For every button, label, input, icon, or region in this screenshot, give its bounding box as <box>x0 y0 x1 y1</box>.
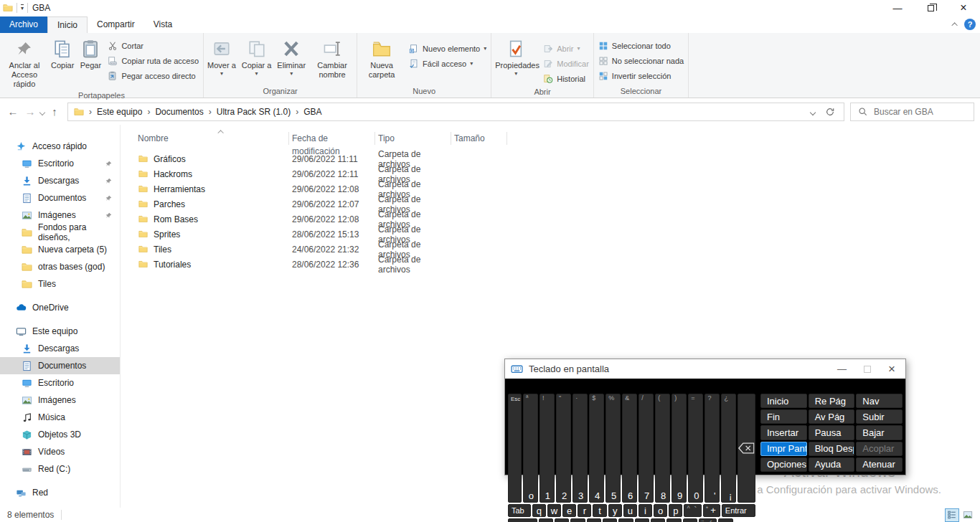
sidebar-item-otras-bases-god[interactable]: otras bases (god) <box>0 258 120 275</box>
key-ayuda[interactable]: Ayuda <box>809 457 855 472</box>
key-t[interactable]: t <box>593 504 606 517</box>
sidebar-item-este-equipo[interactable]: Este equipo <box>0 323 120 340</box>
key-j[interactable]: j <box>635 518 649 522</box>
easy-access-button[interactable]: Fácil acceso▾ <box>405 56 490 71</box>
osk-close-button[interactable]: × <box>888 362 895 376</box>
key-l[interactable]: l <box>666 518 681 522</box>
key-y[interactable]: y <box>608 504 622 517</box>
key-8[interactable]: (8 <box>655 394 670 503</box>
sidebar-item-documentos[interactable]: Documentos <box>0 357 120 374</box>
file-row-sprites[interactable]: Sprites28/06/2022 15:13Carpeta de archiv… <box>135 227 980 242</box>
key-insertar[interactable]: Insertar <box>760 425 807 440</box>
sidebar-item-imágenes[interactable]: Imágenes <box>0 392 120 409</box>
key-bloq-despl[interactable]: Bloq Despl <box>809 442 855 456</box>
osk-minimize-button[interactable]: — <box>837 364 847 374</box>
key-o[interactable]: o <box>654 504 667 517</box>
key-esc[interactable]: Esc <box>508 394 522 503</box>
file-row-parches[interactable]: Parches29/06/2022 12:07Carpeta de archiv… <box>135 196 980 212</box>
help-icon[interactable]: ? <box>964 19 976 30</box>
back-button[interactable]: ← <box>4 105 22 118</box>
key-1[interactable]: !1 <box>540 394 555 503</box>
select-none-button[interactable]: No seleccionar nada <box>595 53 687 68</box>
rename-button[interactable]: Cambiar nombre <box>308 35 356 85</box>
close-button[interactable]: × <box>947 0 980 16</box>
key-[interactable]: ¿¡ <box>721 394 736 503</box>
properties-button[interactable]: Propiedades▾ <box>492 35 540 86</box>
sidebar-item-nueva-carpeta-5[interactable]: Nueva carpeta (5) <box>0 241 120 258</box>
key-re-pág[interactable]: Re Pág <box>809 394 855 408</box>
minimize-button[interactable]: — <box>881 0 914 16</box>
key-av-pág[interactable]: Av Pág <box>809 409 855 424</box>
search-input[interactable]: Buscar en GBA <box>850 103 974 121</box>
key-atenuar[interactable]: Atenuar <box>856 457 903 472</box>
key-[interactable]: ç <box>718 518 732 522</box>
sidebar-item-red[interactable]: Red <box>0 484 120 501</box>
key-7[interactable]: /7 <box>639 394 654 503</box>
qat-customize-icon[interactable]: ▾ <box>21 4 24 11</box>
key-backspace[interactable] <box>738 394 755 503</box>
key-o[interactable]: ªo <box>523 394 538 503</box>
key-opciones[interactable]: Opciones <box>760 457 807 472</box>
column-header-name[interactable]: Nombre <box>135 132 289 145</box>
key-2[interactable]: "2 <box>556 394 571 503</box>
key-u[interactable]: u <box>623 504 637 517</box>
sidebar-item-red-c[interactable]: Red (C:) <box>0 460 120 478</box>
sidebar-item-tiles[interactable]: Tiles <box>0 275 120 293</box>
key-impr-pant[interactable]: Impr Pant <box>760 442 807 456</box>
file-row-gráficos[interactable]: Gráficos29/06/2022 11:11Carpeta de archi… <box>135 151 980 166</box>
key-i[interactable]: i <box>639 504 652 517</box>
column-header-size[interactable]: Tamaño <box>451 132 507 145</box>
copy-button[interactable]: Copiar <box>48 35 77 90</box>
tab-inicio[interactable]: Inicio <box>47 16 88 33</box>
sidebar-item-escritorio[interactable]: Escritorio <box>0 374 120 392</box>
breadcrumb-item[interactable]: Este equipo <box>95 107 143 117</box>
recent-locations-icon[interactable] <box>40 107 44 117</box>
sidebar-item-objetos-3d[interactable]: Objetos 3D <box>0 426 120 443</box>
pin-to-quick-access-button[interactable]: Anclar al Acceso rápido <box>1 35 48 90</box>
key-d[interactable]: d <box>570 518 585 522</box>
restore-button[interactable] <box>914 0 947 16</box>
sidebar-item-escritorio[interactable]: Escritorio <box>0 155 120 172</box>
key-ñ[interactable]: ñ <box>683 518 697 522</box>
key-bajar[interactable]: Bajar <box>856 425 903 440</box>
key-0[interactable]: =0 <box>688 394 703 503</box>
invert-selection-button[interactable]: Invertir selección <box>595 68 687 83</box>
key-[interactable]: ¨´ <box>699 518 717 522</box>
key-9[interactable]: )9 <box>672 394 687 503</box>
key-a[interactable]: a <box>539 518 553 522</box>
key-entrar[interactable]: Entrar <box>722 504 755 517</box>
new-folder-button[interactable]: Nueva carpeta <box>358 35 405 85</box>
key-4[interactable]: $4 <box>589 394 604 503</box>
key-tab[interactable]: Tab <box>508 504 531 517</box>
key-h[interactable]: h <box>618 518 633 522</box>
new-item-button[interactable]: Nuevo elemento▾ <box>405 41 490 56</box>
tab-archivo[interactable]: Archivo <box>0 16 47 33</box>
key-q[interactable]: q <box>532 504 546 517</box>
history-button[interactable]: Historial <box>540 71 593 86</box>
key-pausa[interactable]: Pausa <box>809 425 855 440</box>
select-all-button[interactable]: Seleccionar todo <box>595 38 687 53</box>
up-button[interactable]: ↑ <box>46 105 63 118</box>
key-r[interactable]: r <box>578 504 591 517</box>
key-s[interactable]: s <box>555 518 569 522</box>
address-dropdown-icon[interactable] <box>811 107 815 117</box>
breadcrumb-item[interactable]: GBA <box>302 107 323 117</box>
delete-button[interactable]: Eliminar▾ <box>274 35 308 85</box>
paste-shortcut-button[interactable]: Pegar acceso directo <box>104 68 202 83</box>
key-bloq-m[interactable]: Bloq M <box>508 518 537 522</box>
key-e[interactable]: e <box>562 504 576 517</box>
copy-path-button[interactable]: Copiar ruta de acceso <box>104 53 202 68</box>
sidebar-item-documentos[interactable]: Documentos <box>0 189 120 207</box>
sidebar-item-vídeos[interactable]: Vídeos <box>0 443 120 460</box>
sidebar-item-fondos-para-diseños[interactable]: Fondos para diseños, <box>0 224 120 241</box>
breadcrumb-item[interactable]: Documentos <box>154 107 204 117</box>
sidebar-item-imágenes[interactable]: Imágenes <box>0 207 120 224</box>
key-k[interactable]: k <box>651 518 665 522</box>
move-to-button[interactable]: Mover a▾ <box>204 35 239 85</box>
key-[interactable]: ^` <box>684 504 701 517</box>
breadcrumb-item[interactable]: Ultra Pack SR (1.0) <box>215 107 292 117</box>
edit-button[interactable]: Modificar <box>540 56 593 71</box>
sidebar-item-onedrive[interactable]: OneDrive <box>0 299 120 316</box>
key-w[interactable]: w <box>547 504 561 517</box>
sidebar-item-acceso-rápido[interactable]: Acceso rápido <box>0 138 120 155</box>
